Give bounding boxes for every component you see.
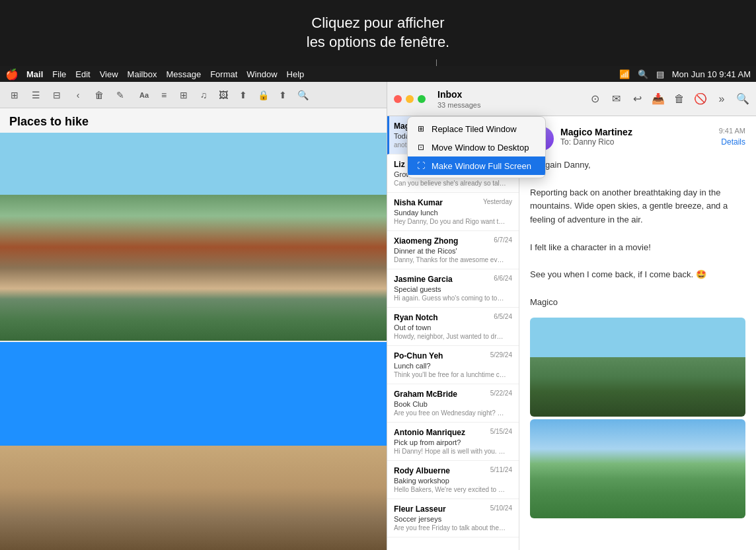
menubar-mailbox[interactable]: Mailbox xyxy=(128,69,157,79)
mail-sender: Antonio Manriquez xyxy=(394,428,465,437)
control-center-icon[interactable]: ▤ xyxy=(656,69,664,79)
mail-list-item[interactable]: Nisha Kumar Yesterday Sunday lunch Hey D… xyxy=(387,193,519,231)
junk-icon[interactable]: 🚫 xyxy=(694,92,707,106)
mail-list-item[interactable]: Jasmine Garcia 6/6/24 Special guests Hi … xyxy=(387,269,519,308)
mail-to: To: Danny Rico xyxy=(560,137,632,147)
mail-subject: Lunch call? xyxy=(394,362,512,370)
mail-list[interactable]: Magico Martinez 9:41AM Today's epic view… xyxy=(387,116,519,550)
delete-mail-icon[interactable]: 🗑 xyxy=(673,92,686,106)
mail-list-item[interactable]: Xiaomeng Zhong 6/7/24 Dinner at the Rico… xyxy=(387,231,519,269)
mail-subject: Soccer jerseys xyxy=(394,515,512,523)
mail-sender: Fleur Lasseur xyxy=(394,504,446,514)
mail-item-header: Fleur Lasseur 5/10/24 xyxy=(394,504,512,514)
mail-list-item[interactable]: Antonio Manriquez 5/15/24 Pick up from a… xyxy=(387,423,519,461)
menubar-mail[interactable]: Mail xyxy=(26,69,43,79)
upload-icon[interactable]: ⬆ xyxy=(275,87,291,103)
mail-date: Yesterday xyxy=(483,198,512,207)
inbox-count: 33 messages xyxy=(437,101,480,109)
grid-view-icon[interactable]: ⊟ xyxy=(49,87,65,103)
back-icon[interactable]: ‹ xyxy=(70,87,86,103)
tooltip-text: Cliquez pour afficher les options de fen… xyxy=(307,14,449,52)
mail-photos xyxy=(530,318,745,518)
image-icon[interactable]: 🖼 xyxy=(215,87,231,103)
menubar-window[interactable]: Window xyxy=(246,69,277,79)
mail-list-item[interactable]: Graham McBride 5/22/24 Book Club Are you… xyxy=(387,384,519,423)
mail-date: 6/7/24 xyxy=(494,236,512,246)
mail-sender: Jasmine Garcia xyxy=(394,275,453,284)
photo-mountain-river[interactable] xyxy=(0,133,387,341)
tooltip-area: Cliquez pour afficher les options de fen… xyxy=(0,0,756,66)
mail-subject: Sunday lunch xyxy=(394,209,512,217)
mail-subject: Pick up from airport? xyxy=(394,438,512,446)
mail-detail-header: M Magico Martinez To: Danny Rico 9:41 AM… xyxy=(530,127,745,151)
sidebar-toggle-icon[interactable]: ⊞ xyxy=(7,87,22,103)
mail-preview: Hi again. Guess who's coming to town wit… xyxy=(394,294,506,302)
fullscreen-button[interactable] xyxy=(418,95,426,103)
dropdown-move-desktop[interactable]: ⊡ Move Window to Desktop xyxy=(408,138,545,156)
traffic-lights xyxy=(394,95,426,103)
search-mail-icon[interactable]: 🔍 xyxy=(736,92,749,106)
lock-icon[interactable]: 🔒 xyxy=(255,87,271,103)
left-panel: ⊞ ☰ ⊟ ‹ 🗑 ✎ Aa ≡ ⊞ ♫ 🖼 ⬆ 🔒 ⬆ 🔍 Places to… xyxy=(0,82,387,550)
menubar-time: Mon Jun 10 9:41 AM xyxy=(672,69,751,79)
search-menu-icon[interactable]: 🔍 xyxy=(638,69,648,79)
mail-list-item[interactable]: Po-Chun Yeh 5/29/24 Lunch call? Think yo… xyxy=(387,346,519,384)
share-icon[interactable]: ⬆ xyxy=(235,87,251,103)
menubar-edit[interactable]: Edit xyxy=(75,69,90,79)
left-panel-title: Places to hike xyxy=(0,108,387,133)
mail-subject: Out of town xyxy=(394,324,512,331)
mail-subject: Dinner at the Ricos' xyxy=(394,247,512,255)
list-view-icon[interactable]: ☰ xyxy=(28,87,44,103)
menubar-message[interactable]: Message xyxy=(166,69,201,79)
menubar-view[interactable]: View xyxy=(100,69,118,79)
replace-tiled-label: Replace Tiled Window xyxy=(432,124,517,134)
move-desktop-icon: ⊡ xyxy=(416,142,426,153)
mail-detail-meta: Magico Martinez To: Danny Rico xyxy=(560,127,632,147)
details-link[interactable]: Details xyxy=(721,137,745,147)
mail-preview: Hey Danny, Do you and Rigo want to come … xyxy=(394,218,506,225)
minimize-button[interactable] xyxy=(406,95,414,103)
reply-icon[interactable]: ↩ xyxy=(630,92,644,106)
mail-toolbar: Inbox 33 messages ⊙ ✉ ↩ 📥 🗑 🚫 » 🔍 ⊞ Repl… xyxy=(387,82,756,116)
edit-icon[interactable]: ✎ xyxy=(112,87,128,103)
menubar-file[interactable]: File xyxy=(52,69,66,79)
mail-date: 5/22/24 xyxy=(490,390,512,399)
mail-subject: Book Club xyxy=(394,400,512,408)
move-desktop-label: Move Window to Desktop xyxy=(432,143,529,153)
mail-preview: Hello Bakers, We're very excited to have… xyxy=(394,486,506,493)
menubar: 🍎 Mail File Edit View Mailbox Message Fo… xyxy=(0,66,756,82)
dropdown-fullscreen[interactable]: ⛶ Make Window Full Screen xyxy=(408,156,545,175)
mail-subject: Baking workshop xyxy=(394,477,512,485)
mail-sender: Graham McBride xyxy=(394,390,457,399)
menubar-help[interactable]: Help xyxy=(287,69,305,79)
window-dropdown-menu: ⊞ Replace Tiled Window ⊡ Move Window to … xyxy=(407,116,546,178)
mail-preview: Howdy, neighbor, Just wanted to drop a q… xyxy=(394,333,506,340)
mail-date: 5/11/24 xyxy=(490,466,512,475)
search-left-icon[interactable]: 🔍 xyxy=(295,87,311,103)
filter-icon[interactable]: ⊙ xyxy=(588,92,601,106)
mail-detail-body: Hi again Danny, Reporting back on anothe… xyxy=(530,158,745,310)
compose-icon[interactable]: ✉ xyxy=(609,92,623,106)
close-button[interactable] xyxy=(394,95,402,103)
archive-icon[interactable]: 📥 xyxy=(652,92,665,106)
apple-menu-icon[interactable]: 🍎 xyxy=(5,68,19,81)
table-icon[interactable]: ⊞ xyxy=(176,87,192,103)
mail-subject: Special guests xyxy=(394,285,512,293)
mail-list-item[interactable]: Rody Albuerne 5/11/24 Baking workshop He… xyxy=(387,461,519,499)
more-icon[interactable]: » xyxy=(715,92,728,106)
mail-sender: Rody Albuerne xyxy=(394,466,450,475)
dropdown-replace-tiled[interactable]: ⊞ Replace Tiled Window xyxy=(408,120,545,138)
mail-preview: Danny, Thanks for the awesome evening! I… xyxy=(394,256,506,263)
mail-list-item[interactable]: Ryan Notch 6/5/24 Out of town Howdy, nei… xyxy=(387,308,519,346)
main-content: ⊞ ☰ ⊟ ‹ 🗑 ✎ Aa ≡ ⊞ ♫ 🖼 ⬆ 🔒 ⬆ 🔍 Places to… xyxy=(0,82,756,550)
audio-icon[interactable]: ♫ xyxy=(196,87,211,103)
text-icon[interactable]: Aa xyxy=(136,87,152,103)
mail-preview: Think you'll be free for a lunchtime cha… xyxy=(394,371,506,378)
menubar-format[interactable]: Format xyxy=(210,69,237,79)
delete-icon[interactable]: 🗑 xyxy=(91,87,107,103)
photo-arch[interactable] xyxy=(0,342,387,550)
mail-photo-mountain xyxy=(530,318,745,417)
mail-list-item[interactable]: Fleur Lasseur 5/10/24 Soccer jerseys Are… xyxy=(387,499,519,537)
mail-item-header: Po-Chun Yeh 5/29/24 xyxy=(394,351,512,361)
list-icon[interactable]: ≡ xyxy=(156,87,172,103)
